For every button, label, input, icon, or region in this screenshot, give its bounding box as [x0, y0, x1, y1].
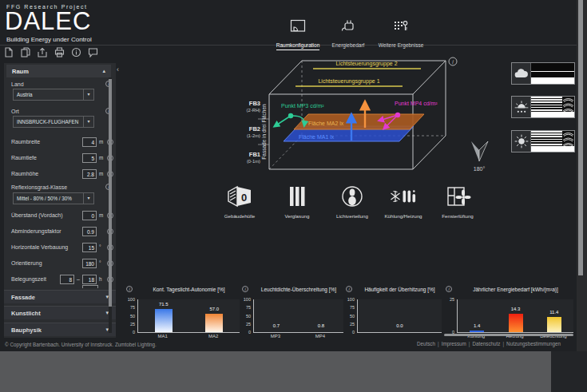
- system-lichtverteilung[interactable]: Lichtverteilung: [324, 184, 380, 219]
- light-group-1-label: Lichtsteuerungsgruppe 1: [318, 78, 379, 85]
- chevron-down-icon[interactable]: ▾: [83, 117, 93, 127]
- section-bauphysik[interactable]: Bauphysik ▾: [4, 323, 116, 336]
- section-label: Fassade: [11, 294, 105, 301]
- sky-state-direct-sun[interactable]: [511, 130, 575, 152]
- system-label: Lichtverteilung: [324, 213, 380, 219]
- scene-info-icon[interactable]: i: [449, 57, 457, 65]
- sky-state-low-sun[interactable]: [511, 96, 575, 118]
- unit-label: m: [99, 212, 105, 218]
- orientation-compass: 180°: [471, 141, 488, 172]
- print-button[interactable]: [54, 48, 65, 59]
- info-icon[interactable]: [446, 286, 452, 292]
- fb3-label: FB3: [249, 100, 260, 107]
- y-tick-label: 50: [350, 314, 355, 319]
- new-document-button[interactable]: [3, 48, 14, 59]
- tab-weitere-ergebnisse[interactable]: Weitere Ergebnisse: [374, 19, 428, 50]
- export-button[interactable]: [37, 48, 48, 59]
- sidebar-collapse-button[interactable]: ‹: [117, 65, 119, 73]
- y-tick-label: 100: [244, 297, 251, 302]
- room-3d-scene: Lichtsteuerungsgruppe 2 Lichtsteuerungsg…: [232, 52, 507, 180]
- select-value: Mittel - 80% / 50% / 30%: [14, 193, 83, 204]
- tab-label: Energiebedarf: [332, 42, 365, 48]
- footer-link-datenschutz[interactable]: Datenschutz: [472, 341, 500, 346]
- raumbreite-input[interactable]: 4: [82, 137, 97, 147]
- info-icon: [71, 46, 81, 61]
- chart-title: Jährlicher Energiebedarf [kWh/(m²a)]: [458, 284, 573, 294]
- value-label: 57.0: [204, 307, 224, 311]
- feedback-button[interactable]: [87, 48, 98, 59]
- value-label: 11.4: [545, 310, 564, 315]
- system-label: Kühlung/Heizung: [375, 213, 431, 219]
- y-tick-label: 0: [248, 330, 251, 335]
- link-separator: [500, 341, 506, 346]
- footer-link-impressum[interactable]: Impressum: [442, 341, 466, 346]
- mp4-point[interactable]: [395, 113, 400, 117]
- chart-plot: 0.70.8: [253, 299, 343, 333]
- sun-icon: [512, 131, 531, 152]
- info-button[interactable]: [70, 48, 81, 59]
- chart-plot: 1.414.311.4: [457, 299, 573, 333]
- info-icon[interactable]: [126, 286, 133, 292]
- blinds-state-preview: [531, 131, 574, 152]
- abminderungsfaktor-input[interactable]: 0.9: [82, 227, 97, 236]
- bar: [205, 314, 223, 332]
- section-label: Raum: [12, 68, 102, 75]
- field-reflexionsgrad-label-row: Reflexionsgrad-Klasse: [11, 184, 112, 190]
- orientierung-input[interactable]: 180: [82, 259, 97, 268]
- page-scrollbar-thumb[interactable]: [578, 0, 583, 275]
- sidebar-scrollbar-thumb[interactable]: [109, 79, 112, 307]
- field-ueberstand: Überstand (Vordach) 0 m: [11, 210, 113, 220]
- bar: [470, 331, 484, 332]
- section-kunstlicht[interactable]: Kunstlicht ▾: [4, 306, 116, 319]
- y-tick-label: 25: [246, 322, 251, 327]
- value-label: 0.7: [267, 323, 286, 328]
- duplicate-button[interactable]: [20, 48, 31, 59]
- footer-link-deutsch[interactable]: Deutsch: [417, 341, 435, 346]
- light-group-2-label: Lichtsteuerungsgruppe 2: [335, 61, 397, 67]
- chevron-down-icon[interactable]: ▾: [83, 89, 93, 100]
- system-gebaeudehuelle[interactable]: 0 Gebäudehülle: [212, 184, 268, 219]
- info-icon[interactable]: [346, 286, 352, 292]
- tab-label: Raumkonfiguration: [276, 42, 320, 50]
- sky-state-preview: [531, 63, 574, 84]
- info-icon[interactable]: [242, 286, 248, 292]
- raumtiefe-input[interactable]: 5: [82, 153, 97, 163]
- ort-select[interactable]: INNSBRUCK-FLUGHAFEN ▾: [13, 116, 94, 128]
- chevron-down-icon[interactable]: ▾: [83, 193, 93, 204]
- copyright-text: © Copyright Bartenbach. University of In…: [5, 342, 157, 347]
- link-separator: [435, 341, 442, 346]
- energy-plug-icon: [340, 22, 356, 35]
- value-label: 71.5: [154, 302, 173, 307]
- raumhoehe-input[interactable]: 2.8: [82, 169, 97, 179]
- app-window: FFG Research Project DALEC Building Ener…: [0, 0, 577, 351]
- system-fensterlueftung[interactable]: Fensterlüftung: [430, 184, 486, 219]
- land-select[interactable]: Austria ▾: [13, 89, 94, 101]
- section-fassade[interactable]: Fassade ▾: [4, 290, 116, 303]
- reflexionsgrad-select[interactable]: Mittel - 80% / 50% / 30% ▾: [13, 192, 94, 204]
- tab-raumkonfiguration[interactable]: Raumkonfiguration: [270, 19, 326, 50]
- belegungszeit-to-input[interactable]: 18: [82, 275, 97, 284]
- unit-label: h: [99, 276, 105, 282]
- belegungszeit-from-input[interactable]: 8: [60, 275, 74, 284]
- toolbar: [3, 48, 98, 59]
- system-verglasung[interactable]: Verglasung: [269, 184, 325, 219]
- section-raum[interactable]: Raum ▴: [6, 65, 111, 77]
- fb1-range: (0-1m): [247, 159, 260, 164]
- mp3-point[interactable]: [288, 113, 293, 118]
- y-tick-label: 0: [352, 330, 355, 335]
- fb3-range: (2-RH): [247, 108, 260, 113]
- tab-energiebedarf[interactable]: Energiebedarf: [323, 19, 374, 50]
- y-tick-label: 0: [133, 330, 135, 335]
- ueberstand-input[interactable]: 0: [82, 211, 97, 220]
- horizontal-scrollbar-thumb[interactable]: [444, 334, 573, 336]
- sky-state-overcast[interactable]: [511, 62, 575, 85]
- chevron-up-icon: ▴: [102, 68, 105, 74]
- field-ort-label-row: Ort: [11, 108, 112, 114]
- chart-title: Kont. Tageslicht-Autonomie [%]: [138, 284, 240, 294]
- orientation-value: 180°: [474, 166, 486, 172]
- system-kuehlung-heizung[interactable]: Kühlung/Heizung: [375, 184, 431, 219]
- building-envelope-icon: 0: [226, 197, 253, 211]
- horizontale-verbauung-input[interactable]: 15: [82, 243, 97, 252]
- footer-link-nutzungsbestimmungen[interactable]: Nutzungsbestimmungen: [506, 341, 561, 346]
- field-label: Belegungszeit: [11, 276, 58, 282]
